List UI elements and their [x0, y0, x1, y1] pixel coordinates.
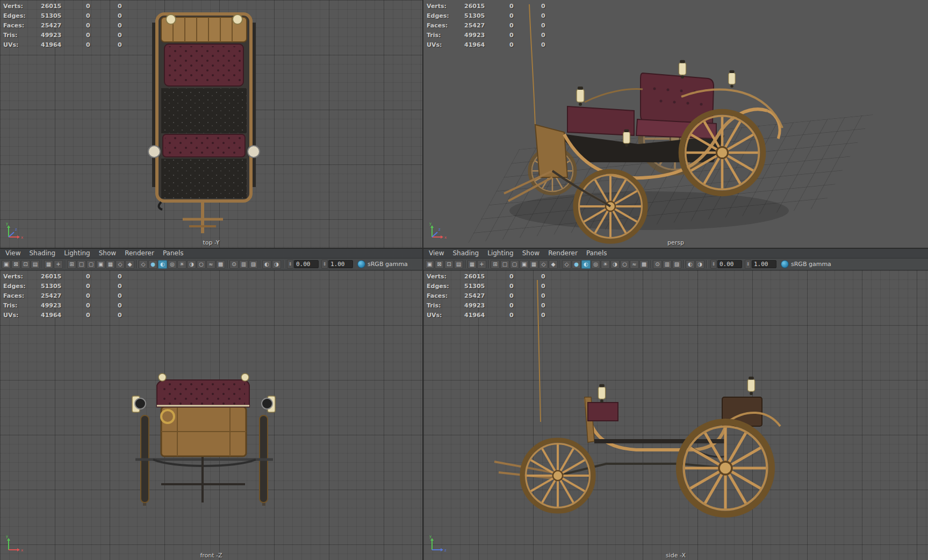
wireframe-icon[interactable]: ◇ [139, 260, 148, 269]
safe-title-icon[interactable]: ◆ [125, 260, 134, 269]
viewport-persp-canvas[interactable]: Verts:2601500Edges:5130500Faces:2542700T… [423, 0, 928, 248]
exposure-spinner[interactable]: ↕ [710, 260, 717, 269]
resolution-gate-icon[interactable]: ▢ [510, 260, 519, 269]
motion-blur-icon[interactable]: ≈ [206, 260, 215, 269]
menu-view[interactable]: View [425, 249, 448, 258]
menu-panels[interactable]: Panels [582, 249, 612, 258]
view-transform-label[interactable]: sRGB gamma [791, 261, 831, 268]
gamma-spinner[interactable]: ↕ [745, 260, 751, 269]
hud-zero2: 0 [118, 302, 134, 309]
isolate-select-icon[interactable]: ⊙ [229, 260, 239, 269]
use-default-material-icon[interactable]: ◎ [168, 260, 177, 269]
image-plane-icon[interactable]: ▦ [467, 260, 477, 269]
safe-action-icon[interactable]: ◇ [116, 260, 125, 269]
menu-show[interactable]: Show [95, 249, 120, 258]
menu-show[interactable]: Show [518, 249, 544, 258]
hud-row: UVs:4196400 [427, 310, 557, 320]
isolate-select-icon[interactable]: ⊙ [653, 260, 662, 269]
hud-zero: 0 [509, 41, 541, 48]
occlusion-icon[interactable]: ○ [620, 260, 629, 269]
gate-mask-icon[interactable]: ▣ [520, 260, 529, 269]
wireframe-on-shaded-icon[interactable]: ▨ [249, 260, 258, 269]
viewport-side-canvas[interactable]: Verts:2601500Edges:5130500Faces:2542700T… [423, 270, 928, 560]
gamma-field[interactable] [328, 260, 353, 268]
viewport-label-persp: persp [423, 239, 928, 246]
menu-shading[interactable]: Shading [25, 249, 60, 258]
motion-blur-icon[interactable]: ≈ [630, 260, 639, 269]
use-default-material-icon[interactable]: ◎ [591, 260, 600, 269]
hud-zero2: 0 [541, 3, 557, 10]
menu-renderer[interactable]: Renderer [544, 249, 582, 258]
bookmarks-icon[interactable]: ▤ [31, 260, 40, 269]
menu-view[interactable]: View [1, 249, 25, 258]
field-chart-icon[interactable]: ▦ [106, 260, 115, 269]
poly-count-hud: Verts:2601500Edges:5130500Faces:2542700T… [427, 1, 557, 49]
grid-toggle-icon[interactable]: ⊞ [67, 260, 76, 269]
exposure-field[interactable] [294, 260, 319, 268]
pan-zoom-2d-icon[interactable]: + [54, 260, 63, 269]
panel-toolbar: ▣⊠⊡▤▦+⊞□▢▣▦◇◆◇●◐◎☀◑○≈▩⊙▥▨◐◑ ↕ ↕ sRGB gam… [423, 259, 928, 270]
exposure-field[interactable] [717, 260, 742, 268]
menu-panels[interactable]: Panels [159, 249, 188, 258]
hud-zero: 0 [509, 12, 541, 19]
smooth-shade-icon[interactable]: ● [148, 260, 157, 269]
menu-lighting[interactable]: Lighting [483, 249, 518, 258]
viewport-front-canvas[interactable]: Verts:2601500Edges:5130500Faces:2542700T… [0, 270, 422, 560]
textured-icon[interactable]: ◐ [158, 260, 167, 269]
camera-attributes-icon[interactable]: ⊡ [444, 260, 454, 269]
color-management-icon[interactable] [357, 260, 365, 268]
hud-label: Verts: [427, 273, 464, 280]
lighting-all-icon[interactable]: ☀ [601, 260, 610, 269]
smooth-shade-icon[interactable]: ● [572, 260, 581, 269]
exposure-spinner[interactable]: ↕ [287, 260, 293, 269]
exposure-icon[interactable]: ◐ [262, 260, 271, 269]
shadows-icon[interactable]: ◑ [610, 260, 620, 269]
menu-renderer[interactable]: Renderer [120, 249, 159, 258]
lock-camera-icon[interactable]: ⊠ [11, 260, 20, 269]
xray-icon[interactable]: ▥ [663, 260, 672, 269]
wireframe-icon[interactable]: ◇ [562, 260, 571, 269]
svg-text:y: y [429, 534, 431, 539]
multisample-aa-icon[interactable]: ▩ [639, 260, 649, 269]
hud-zero: 0 [509, 32, 541, 39]
film-gate-icon[interactable]: □ [500, 260, 509, 269]
hud-row: Faces:2542700 [3, 20, 134, 30]
safe-title-icon[interactable]: ◆ [549, 260, 558, 269]
gamma-spinner[interactable]: ↕ [321, 260, 328, 269]
shadows-icon[interactable]: ◑ [187, 260, 196, 269]
gamma-icon[interactable]: ◑ [272, 260, 281, 269]
toolbar-separator [227, 260, 228, 268]
select-camera-icon[interactable]: ▣ [425, 260, 434, 269]
image-plane-icon[interactable]: ▦ [44, 260, 53, 269]
grid-toggle-icon[interactable]: ⊞ [491, 260, 500, 269]
field-chart-icon[interactable]: ▦ [529, 260, 538, 269]
multisample-aa-icon[interactable]: ▩ [216, 260, 225, 269]
lock-camera-icon[interactable]: ⊠ [435, 260, 444, 269]
viewport-side-view: ViewShadingLightingShowRendererPanels ▣⊠… [423, 249, 928, 560]
xray-icon[interactable]: ▥ [239, 260, 248, 269]
textured-icon[interactable]: ◐ [581, 260, 591, 269]
resolution-gate-icon[interactable]: ▢ [87, 260, 96, 269]
pan-zoom-2d-icon[interactable]: + [477, 260, 486, 269]
menu-shading[interactable]: Shading [448, 249, 483, 258]
occlusion-icon[interactable]: ○ [197, 260, 206, 269]
panel-menubar: ViewShadingLightingShowRendererPanels [0, 249, 422, 259]
hud-zero2: 0 [541, 12, 557, 19]
select-camera-icon[interactable]: ▣ [2, 260, 11, 269]
color-management-icon[interactable] [781, 260, 789, 268]
bookmarks-icon[interactable]: ▤ [454, 260, 463, 269]
wireframe-on-shaded-icon[interactable]: ▨ [672, 260, 681, 269]
viewport-top-canvas[interactable]: Verts:2601500Edges:5130500Faces:2542700T… [0, 0, 422, 248]
gamma-field[interactable] [752, 260, 776, 268]
lighting-all-icon[interactable]: ☀ [177, 260, 186, 269]
film-gate-icon[interactable]: □ [77, 260, 86, 269]
camera-attributes-icon[interactable]: ⊡ [21, 260, 30, 269]
gamma-icon[interactable]: ◑ [695, 260, 704, 269]
gate-mask-icon[interactable]: ▣ [96, 260, 105, 269]
view-transform-label[interactable]: sRGB gamma [368, 261, 408, 268]
safe-action-icon[interactable]: ◇ [539, 260, 548, 269]
hud-zero: 0 [509, 273, 541, 280]
hud-row: Edges:5130500 [427, 11, 557, 20]
menu-lighting[interactable]: Lighting [60, 249, 95, 258]
exposure-icon[interactable]: ◐ [686, 260, 695, 269]
